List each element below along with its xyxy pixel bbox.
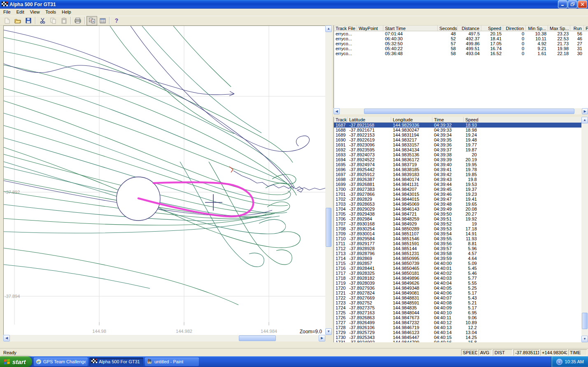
column-header[interactable]: Start Time [383, 26, 438, 31]
open-file-button[interactable] [12, 16, 23, 26]
track-point-row[interactable]: 1729-37.8925729144.984612304:40:1413.04 [334, 330, 588, 335]
column-header[interactable]: Speed [464, 117, 478, 123]
track-point-row[interactable]: 1698-37.8926387144.984017404:39:4319.8 [334, 177, 588, 182]
track-point-row[interactable]: 1695-37.8924974144.98371904:39:4019.95 [334, 162, 588, 167]
copy-button[interactable] [48, 16, 58, 26]
track-point-row[interactable]: 1718-37.8928182144.984989604:40:035.77 [334, 276, 588, 281]
print-button[interactable] [72, 16, 83, 26]
menu-view[interactable]: View [27, 9, 43, 15]
scroll-up-icon[interactable]: ▲ [325, 26, 332, 32]
column-header[interactable]: Distance [457, 26, 481, 31]
track-point-row[interactable]: 1708-37.8930254144.985028904:39:5317.18 [334, 226, 588, 231]
track-point-row[interactable]: 1692-37.8923595144.983413404:39:3719.87 [334, 147, 588, 152]
track-point-row[interactable]: 1691-37.8923096144.983315704:39:3619.77 [334, 142, 588, 147]
track-point-row[interactable]: 1728-37.8926106144.984671904:40:1312.2 [334, 325, 588, 330]
run-row[interactable]: erryco...07:01:4448497.520.15010.3823.23… [334, 31, 588, 36]
track-point-row[interactable]: 1697-37.8925912144.983918304:39:4219.85 [334, 172, 588, 177]
column-header[interactable]: Seconds [438, 26, 457, 31]
track-point-row[interactable]: 1693-37.8924073144.983513604:39:3820 [334, 152, 588, 157]
scroll-up-icon[interactable]: ▲ [581, 117, 588, 123]
track-point-row[interactable]: 1694-37.8924522144.983617204:39:3920.19 [334, 157, 588, 162]
column-header[interactable]: Speed [481, 26, 503, 31]
track-point-row[interactable]: 1707-37.8930168144.98492904:39:5219 [334, 221, 588, 226]
scroll-thumb[interactable] [239, 335, 276, 341]
tray-chevron-icon[interactable]: ‹ [556, 359, 562, 365]
scroll-down-icon[interactable]: ▼ [581, 336, 588, 342]
run-row[interactable]: erryco...05:36:4858493.0416.5201.6122.18… [334, 51, 588, 56]
menu-tools[interactable]: Tools [42, 9, 59, 15]
track-point-row[interactable]: 1731-37.8924902144.984470904:40:1615.8 [334, 340, 588, 342]
scroll-right-icon[interactable]: ▶ [319, 335, 325, 341]
scroll-left-icon[interactable]: ◀ [334, 108, 340, 114]
column-header[interactable]: WayPoint [357, 26, 383, 31]
track-point-row[interactable]: 1721-37.8927824144.984908104:40:065.17 [334, 290, 588, 295]
column-header[interactable]: Track [334, 117, 348, 123]
track-point-row[interactable]: 1701-37.8927866144.984301504:39:4619.23 [334, 192, 588, 197]
track-point-row[interactable]: 1712-37.8928928144.98514404:39:575.96 [334, 246, 588, 251]
scroll-right-icon[interactable]: ▶ [582, 108, 588, 114]
restore-button[interactable] [568, 0, 577, 8]
new-file-button[interactable] [2, 16, 12, 26]
column-header[interactable]: Max Sp... [548, 26, 570, 31]
scroll-thumb[interactable] [582, 313, 588, 329]
track-point-row[interactable]: 1688-37.8921671144.983024704:39:3318.98 [334, 128, 588, 132]
column-header[interactable]: Direction [503, 26, 526, 31]
menu-help[interactable]: Help [59, 9, 74, 15]
run-row[interactable]: erryco...06:40:3052492.3718.41010.1122.5… [334, 36, 588, 41]
taskbar-task[interactable]: eGPS Team Challenge ... [34, 358, 88, 366]
table-view-button[interactable] [97, 16, 108, 26]
track-point-row[interactable]: 1689-37.8922153144.983119404:39:3419.24 [334, 132, 588, 137]
column-header[interactable]: Latitude [348, 117, 391, 123]
track-point-row[interactable]: 1719-37.8928039144.984962604:40:045.55 [334, 281, 588, 286]
close-button[interactable] [578, 0, 587, 8]
track-point-row[interactable]: 1724-37.8927375144.98483504:40:095.17 [334, 305, 588, 310]
runs-horizontal-scrollbar[interactable]: ◀ ▶ [334, 108, 588, 114]
scroll-down-icon[interactable]: ▼ [325, 328, 332, 335]
track-point-row[interactable]: 1703-37.8928653144.984506904:39:4819.65 [334, 202, 588, 207]
cut-button[interactable] [37, 16, 48, 26]
track-point-row[interactable]: 1710-37.8929584144.985154604:39:5511.93 [334, 236, 588, 241]
track-point-row[interactable]: 1715-37.892857144.985073904:40:005.09 [334, 261, 588, 266]
menu-file[interactable]: File [0, 9, 14, 15]
scroll-left-icon[interactable]: ◀ [3, 335, 10, 341]
track-point-row[interactable]: 1690-37.8922619144.98321704:39:3519.48 [334, 137, 588, 142]
track-point-row[interactable]: 1722-37.8927669144.984883104:40:075.43 [334, 295, 588, 300]
map-vertical-scrollbar[interactable]: ▲ ▼ [325, 26, 332, 335]
track-point-row[interactable]: 1709-37.8930014144.985110704:39:5414.91 [334, 231, 588, 236]
column-header[interactable]: Time [432, 117, 464, 123]
scroll-thumb[interactable] [326, 208, 331, 247]
run-row[interactable]: erryco...05:32:5057499.8617.0504.9221.73… [334, 41, 588, 46]
track-point-row[interactable]: 1696-37.8925442144.983818504:39:4119.78 [334, 167, 588, 172]
column-header[interactable]: Track File [334, 26, 357, 31]
track-point-row[interactable]: 1723-37.892752144.984859104:40:085.21 [334, 300, 588, 305]
taskbar-task[interactable]: Alpha 500 For GT31 [89, 358, 143, 366]
track-point-row[interactable]: 1717-37.8928325144.985018104:40:025.46 [334, 271, 588, 276]
zoom-level-indicator[interactable]: Zoom=9.0 [299, 329, 323, 334]
run-row[interactable]: erryco...05:40:2258499.5116.7409.2119.98… [334, 46, 588, 51]
minimize-button[interactable] [558, 0, 567, 8]
track-point-row[interactable]: 1716-37.8928441144.985046504:40:015.45 [334, 266, 588, 271]
help-button[interactable]: ? [111, 16, 122, 26]
column-header[interactable]: Min Sp... [526, 26, 548, 31]
track-point-row[interactable]: 1700-37.8927383144.98420704:39:4519.37 [334, 187, 588, 192]
taskbar-task[interactable]: untitled - Paint [145, 358, 199, 366]
track-point-row[interactable]: 1702-37.892829144.984401504:39:4719.41 [334, 197, 588, 202]
map-horizontal-scrollbar[interactable]: ◀ ▶ [3, 335, 325, 341]
track-point-row[interactable]: 1725-37.8927163144.984804404:40:106.95 [334, 310, 588, 315]
column-header[interactable]: Run [570, 26, 584, 31]
track-point-row[interactable]: 1704-37.8929029144.984614304:39:4920.08 [334, 207, 588, 211]
track-point-row[interactable]: 1726-37.8926863144.984767304:40:119.06 [334, 315, 588, 320]
track-point-row[interactable]: 1711-37.8929177144.985159104:39:568.81 [334, 241, 588, 246]
start-button[interactable]: start [0, 356, 32, 367]
track-point-row[interactable]: 1687-37.8921168144.982933604:39:3218.93 [334, 123, 588, 128]
scroll-thumb[interactable] [364, 109, 574, 114]
track-point-row[interactable]: 1730-37.8925343144.984544704:40:1514.25 [334, 335, 588, 340]
menu-edit[interactable]: Edit [14, 9, 27, 15]
track-point-row[interactable]: 1706-37.892984144.984825904:39:5119.92 [334, 216, 588, 221]
track-point-row[interactable]: 1727-37.8926499144.984723204:40:1210.89 [334, 320, 588, 325]
track-point-row[interactable]: 1720-37.8927936144.984934804:40:055.25 [334, 286, 588, 290]
track-point-row[interactable]: 1699-37.8926881144.984113104:39:4419.53 [334, 182, 588, 187]
track-view-toggle-button[interactable]: aa [86, 16, 97, 26]
paste-button[interactable] [58, 16, 69, 26]
save-button[interactable] [23, 16, 34, 26]
